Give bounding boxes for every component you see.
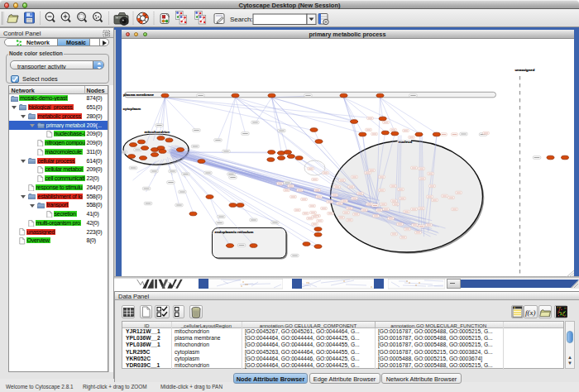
svg-text:unassigned: unassigned <box>514 68 534 72</box>
svg-text:mitochondrion: mitochondrion <box>144 130 170 134</box>
svg-text:Search:: Search: <box>230 16 253 23</box>
svg-text:plasma membrane: plasma membrane <box>123 93 154 97</box>
svg-text:f(x): f(x) <box>525 308 536 317</box>
svg-text:endoplasmic reticulum: endoplasmic reticulum <box>214 230 253 234</box>
svg-text:nucleus: nucleus <box>398 140 412 144</box>
svg-text:cytoplasm: cytoplasm <box>122 107 141 111</box>
